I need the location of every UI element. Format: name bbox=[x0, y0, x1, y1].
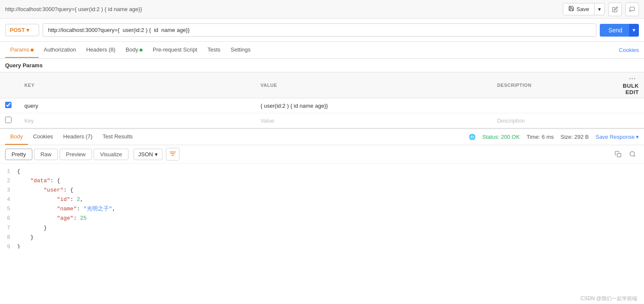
code-line-8: 8 } bbox=[0, 233, 644, 242]
row-value-cell: { user(id:2 ) { id name age}} bbox=[256, 98, 492, 113]
footer-text: CSDN @我们一起学前端 bbox=[580, 295, 637, 301]
row-desc-cell bbox=[492, 98, 618, 113]
code-line-6: 6 "age": 25 bbox=[0, 214, 644, 223]
query-params-title: Query Params bbox=[0, 59, 644, 72]
send-button[interactable]: Send bbox=[600, 24, 631, 37]
search-button[interactable] bbox=[626, 148, 639, 161]
code-line-3: 3 "user": { bbox=[0, 186, 644, 195]
resp-tab-body[interactable]: Body bbox=[5, 129, 28, 145]
save-label: Save bbox=[576, 6, 589, 12]
empty-checkbox[interactable] bbox=[5, 117, 11, 123]
code-line-4: 4 "id": 2, bbox=[0, 195, 644, 204]
method-select[interactable]: POST ▾ bbox=[5, 24, 39, 36]
filter-button[interactable] bbox=[166, 148, 180, 161]
format-chevron-icon: ▾ bbox=[155, 151, 158, 158]
comment-icon bbox=[629, 6, 635, 12]
send-button-group: Send ▾ bbox=[600, 24, 639, 37]
size-info: Size: 292 B bbox=[561, 134, 589, 140]
tab-settings[interactable]: Settings bbox=[225, 42, 256, 58]
save-response-chevron: ▾ bbox=[636, 134, 639, 140]
row-action-cell bbox=[618, 98, 644, 113]
footer: CSDN @我们一起学前端 bbox=[573, 293, 644, 304]
row-checkbox-cell bbox=[0, 98, 19, 113]
edit-icon bbox=[612, 6, 618, 12]
method-label: POST bbox=[10, 27, 25, 33]
top-bar-actions: Save ▾ bbox=[563, 3, 639, 16]
empty-desc-cell: Description bbox=[492, 113, 618, 128]
empty-action-cell bbox=[618, 113, 644, 128]
code-area: 1 { 2 "data": { 3 "user": { 4 "id": 2, 5… bbox=[0, 163, 644, 249]
svg-point-4 bbox=[630, 152, 635, 156]
filter-icon bbox=[169, 151, 176, 158]
code-line-9: 9 } bbox=[0, 242, 644, 249]
time-info: Time: 6 ms bbox=[527, 134, 554, 140]
search-icon bbox=[629, 151, 636, 158]
params-dot bbox=[31, 49, 34, 52]
empty-key-placeholder[interactable]: Key bbox=[24, 118, 34, 124]
top-bar-title: http://localhost:3000?query={ user(id:2 … bbox=[5, 6, 142, 12]
tab-params[interactable]: Params bbox=[5, 42, 39, 58]
empty-value-placeholder[interactable]: Value bbox=[261, 118, 274, 124]
copy-icon bbox=[615, 151, 621, 158]
tab-authorization[interactable]: Authorization bbox=[39, 42, 81, 58]
save-button[interactable]: Save bbox=[563, 3, 595, 15]
body-dot bbox=[140, 49, 142, 52]
param-key-value[interactable]: query bbox=[24, 103, 38, 109]
copy-button[interactable] bbox=[612, 148, 624, 161]
globe-icon: 🌐 bbox=[469, 134, 476, 140]
save-response-button[interactable]: Save Response ▾ bbox=[596, 134, 639, 140]
method-chevron-icon: ▾ bbox=[26, 27, 29, 33]
params-table: KEY VALUE DESCRIPTION ··· Bulk Edit quer… bbox=[0, 72, 644, 128]
empty-checkbox-cell bbox=[0, 113, 19, 128]
value-col-header: VALUE bbox=[256, 72, 492, 98]
checkbox-col-header bbox=[0, 72, 19, 98]
row-key-cell: query bbox=[19, 98, 255, 113]
resp-tab-test-results[interactable]: Test Results bbox=[97, 129, 138, 145]
resp-tab-headers[interactable]: Headers (7) bbox=[58, 129, 98, 145]
request-tabs: Params Authorization Headers (8) Body Pr… bbox=[0, 42, 644, 59]
svg-line-5 bbox=[634, 155, 635, 157]
comment-icon-button[interactable] bbox=[625, 3, 639, 16]
bulk-edit-button[interactable]: Bulk Edit bbox=[623, 83, 639, 95]
url-input[interactable] bbox=[43, 23, 596, 37]
tab-body[interactable]: Body bbox=[120, 42, 148, 58]
view-raw-button[interactable]: Raw bbox=[34, 149, 58, 160]
table-row: query { user(id:2 ) { id name age}} bbox=[0, 98, 644, 113]
top-bar: http://localhost:3000?query={ user(id:2 … bbox=[0, 0, 644, 19]
status-ok: Status: 200 OK bbox=[482, 134, 520, 140]
response-status: 🌐 Status: 200 OK Time: 6 ms Size: 292 B … bbox=[469, 134, 639, 140]
send-dropdown-button[interactable]: ▾ bbox=[629, 24, 639, 37]
save-button-group: Save ▾ bbox=[563, 3, 605, 15]
code-line-1: 1 { bbox=[0, 167, 644, 176]
action-col-header: ··· Bulk Edit bbox=[618, 72, 644, 98]
desc-col-header: DESCRIPTION bbox=[492, 72, 618, 98]
save-icon bbox=[568, 6, 574, 13]
row-checkbox[interactable] bbox=[5, 102, 11, 108]
send-label: Send bbox=[608, 27, 622, 34]
format-select[interactable]: JSON ▾ bbox=[134, 149, 162, 160]
svg-rect-3 bbox=[617, 153, 621, 157]
tab-pre-request[interactable]: Pre-request Script bbox=[148, 42, 202, 58]
cookies-link[interactable]: Cookies bbox=[619, 47, 639, 53]
empty-value-cell: Value bbox=[256, 113, 492, 128]
param-value-value[interactable]: { user(id:2 ) { id name age}} bbox=[261, 103, 328, 109]
url-bar: POST ▾ Send ▾ bbox=[0, 19, 644, 42]
view-preview-button[interactable]: Preview bbox=[60, 149, 92, 160]
toolbar-right bbox=[612, 148, 639, 161]
tab-tests[interactable]: Tests bbox=[202, 42, 225, 58]
key-col-header: KEY bbox=[19, 72, 255, 98]
resp-tab-cookies[interactable]: Cookies bbox=[28, 129, 58, 145]
code-line-7: 7 } bbox=[0, 224, 644, 233]
empty-desc-placeholder[interactable]: Description bbox=[497, 118, 525, 124]
edit-icon-button[interactable] bbox=[608, 3, 622, 16]
response-toolbar: Pretty Raw Preview Visualize JSON ▾ bbox=[0, 145, 644, 163]
tab-headers[interactable]: Headers (8) bbox=[81, 42, 121, 58]
code-line-2: 2 "data": { bbox=[0, 176, 644, 186]
save-dropdown-button[interactable]: ▾ bbox=[595, 4, 604, 14]
view-pretty-button[interactable]: Pretty bbox=[5, 149, 32, 160]
view-visualize-button[interactable]: Visualize bbox=[94, 149, 128, 160]
table-empty-row: Key Value Description bbox=[0, 113, 644, 128]
format-label: JSON bbox=[138, 151, 153, 158]
more-options-icon[interactable]: ··· bbox=[629, 75, 636, 82]
code-line-5: 5 "name": "光明之子", bbox=[0, 204, 644, 214]
